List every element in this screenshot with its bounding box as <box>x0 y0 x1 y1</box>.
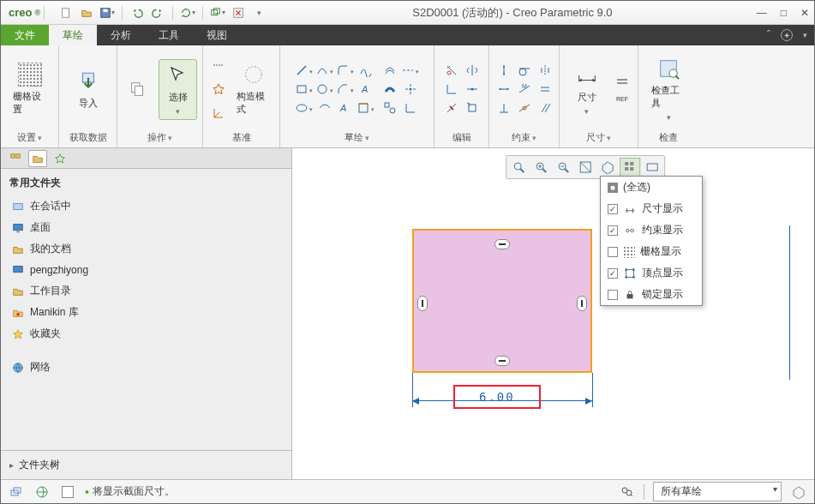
drag-handle-top[interactable] <box>494 239 510 249</box>
rect-icon[interactable] <box>295 81 314 98</box>
folder-tree-toggle[interactable]: 文件夹树 <box>1 450 291 479</box>
checkbox-tristate[interactable]: ■ <box>608 183 618 193</box>
checkbox-icon[interactable] <box>608 268 618 279</box>
construct-mode-button[interactable]: 构造模式 <box>233 59 274 119</box>
chamfer-icon[interactable] <box>336 81 355 98</box>
coincident-icon[interactable] <box>515 99 534 117</box>
circle-icon[interactable] <box>315 81 334 98</box>
line-icon[interactable] <box>295 62 314 79</box>
undo-icon[interactable] <box>128 3 147 22</box>
checkbox-icon[interactable] <box>608 225 618 236</box>
folder-desktop[interactable]: 桌面 <box>9 217 283 238</box>
ribbon-help-icon[interactable]: ✦ <box>781 29 793 41</box>
close-button[interactable]: ✕ <box>800 7 809 19</box>
selection-filter-combo[interactable]: 所有草绘 <box>653 482 782 501</box>
close-doc-icon[interactable] <box>229 3 248 22</box>
tab-view[interactable]: 视图 <box>193 25 241 45</box>
sketch-rectangle[interactable] <box>412 229 592 373</box>
windows-icon[interactable]: ▾ <box>208 3 227 22</box>
menu-vertex-display[interactable]: 顶点显示 <box>601 262 702 284</box>
horiz-constraint-icon[interactable] <box>494 81 513 98</box>
repaint-icon[interactable] <box>575 158 596 177</box>
nav-tab-folder[interactable] <box>28 150 47 167</box>
drag-handle-left[interactable] <box>417 296 428 311</box>
zoom-in-icon[interactable] <box>530 158 551 177</box>
tab-tools[interactable]: 工具 <box>145 25 193 45</box>
drag-handle-bottom[interactable] <box>494 356 510 366</box>
tab-sketch[interactable]: 草绘 <box>49 25 97 45</box>
mirror-icon[interactable] <box>463 62 482 79</box>
open-file-icon[interactable] <box>77 3 96 22</box>
copy-cut-button[interactable] <box>123 74 153 105</box>
menu-dim-display[interactable]: 尺寸显示 <box>601 198 702 219</box>
ellipse-icon[interactable] <box>295 99 314 117</box>
redo-icon[interactable] <box>148 3 167 22</box>
sketch-view-icon[interactable] <box>597 158 618 177</box>
menu-constraint-display[interactable]: 约束显示 <box>601 219 702 241</box>
delete-seg-icon[interactable] <box>442 99 461 117</box>
folder-workdir[interactable]: 工作目录 <box>9 280 283 302</box>
project-icon[interactable] <box>357 99 375 117</box>
regen-icon[interactable]: ▾ <box>178 3 197 22</box>
folder-manikin[interactable]: Manikin 库 <box>9 302 283 323</box>
sym-icon[interactable] <box>536 62 554 79</box>
point-icon[interactable] <box>209 81 228 98</box>
parallel-icon[interactable] <box>536 99 554 117</box>
nav-tab-fav[interactable] <box>51 150 69 167</box>
import-button[interactable]: 导入 <box>68 66 109 113</box>
folder-session[interactable]: 在会话中 <box>9 195 283 217</box>
checkbox-icon[interactable] <box>608 247 618 257</box>
tab-analysis[interactable]: 分析 <box>97 25 145 45</box>
arc-3pt-icon[interactable] <box>315 62 334 79</box>
text-icon[interactable]: A <box>357 81 375 98</box>
graphics-area[interactable]: ■(全选) 尺寸显示 约束显示 栅格显示 顶点显示 锁定显示 6.00 <box>292 148 814 479</box>
offset-icon[interactable]: A <box>336 99 355 117</box>
corner-icon[interactable] <box>442 81 461 98</box>
divide-icon[interactable] <box>463 81 482 98</box>
menu-lock-display[interactable]: 锁定显示 <box>601 284 702 305</box>
select-button[interactable]: 选择▾ <box>159 59 197 120</box>
trim-icon[interactable] <box>442 62 461 79</box>
tab-file[interactable]: 文件 <box>1 25 49 45</box>
new-file-icon[interactable] <box>57 3 75 22</box>
centerline-sk-icon[interactable] <box>401 62 420 79</box>
nav-tab-model[interactable] <box>6 150 25 167</box>
checkbox-icon[interactable] <box>608 290 618 300</box>
midpoint-icon[interactable]: M <box>515 81 534 98</box>
zoom-out-icon[interactable] <box>553 158 573 177</box>
folder-user[interactable]: pengzhiyong <box>9 260 283 280</box>
offset-curve-icon[interactable] <box>381 62 399 79</box>
rotate-resize-icon[interactable] <box>463 99 482 117</box>
coord-icon[interactable] <box>209 105 228 122</box>
zoom-fit-icon[interactable] <box>508 158 529 177</box>
menu-grid-display[interactable]: 栅格显示 <box>601 241 702 262</box>
palette-icon[interactable] <box>381 99 399 117</box>
sk-point-icon[interactable] <box>401 81 420 98</box>
vert-constraint-icon[interactable] <box>494 62 513 79</box>
check-button[interactable]: 检查工具▾ <box>648 53 689 125</box>
status-geom-icon[interactable] <box>790 483 807 501</box>
folder-docs[interactable]: 我的文档 <box>9 238 283 260</box>
checkbox-icon[interactable] <box>608 204 618 214</box>
dimension-button[interactable]: 尺寸▾ <box>566 60 608 119</box>
folder-network[interactable]: 网络 <box>9 357 283 378</box>
folder-favorites[interactable]: 收藏夹 <box>9 323 283 345</box>
display-filters-icon[interactable] <box>620 158 640 177</box>
centerline-icon[interactable] <box>209 57 228 74</box>
maximize-button[interactable]: □ <box>781 7 787 19</box>
tangent-icon[interactable] <box>515 62 534 79</box>
qat-customize-icon[interactable]: ▾ <box>249 3 268 22</box>
drag-handle-right[interactable] <box>577 296 587 311</box>
menu-select-all[interactable]: ■(全选) <box>601 177 702 198</box>
dimension-value[interactable]: 6.00 <box>453 385 541 409</box>
baseline-dim-icon[interactable] <box>613 71 632 88</box>
status-box-icon[interactable] <box>59 483 76 501</box>
sk-coord-icon[interactable] <box>401 99 420 117</box>
perp-icon[interactable] <box>494 99 513 117</box>
thicken-icon[interactable] <box>381 81 399 98</box>
grid-settings-button[interactable]: 栅格设置 <box>9 59 51 119</box>
fillet-icon[interactable] <box>336 62 355 79</box>
conic-icon[interactable] <box>315 99 334 117</box>
status-web-icon[interactable] <box>33 483 51 501</box>
status-layers-icon[interactable] <box>8 483 25 501</box>
